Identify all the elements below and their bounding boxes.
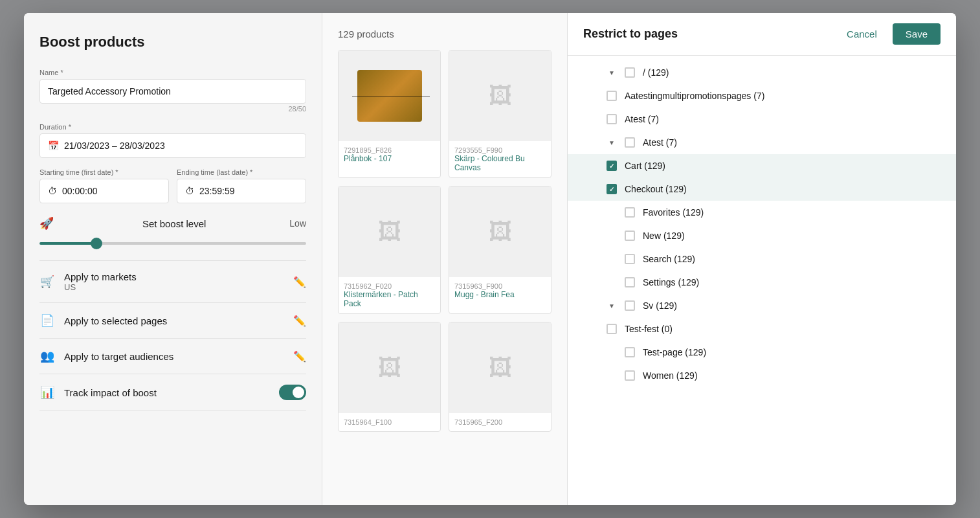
edit-audiences-icon[interactable]: ✏️ xyxy=(293,350,306,363)
clock-icon-start: ⏱ xyxy=(48,186,57,196)
page-item[interactable]: Test-page (129) xyxy=(568,341,956,364)
page-item-checked[interactable]: Checkout (129) xyxy=(568,177,956,201)
product-card[interactable]: 🖼 7315964_F100 xyxy=(338,322,441,432)
page-label: Test-page (129) xyxy=(643,347,941,357)
start-time-input[interactable]: ⏱ 00:00:00 xyxy=(39,179,169,203)
page-checkbox[interactable] xyxy=(625,67,635,78)
page-label: / (129) xyxy=(643,67,941,78)
page-item[interactable]: ▼ Atest (7) xyxy=(568,131,956,154)
product-card[interactable]: 7291895_F826 Plånbok - 107 xyxy=(338,50,441,178)
duration-field-group: Duration * 📅 21/03/2023 – 28/03/2023 xyxy=(39,123,306,158)
product-image: 🖼 xyxy=(339,186,440,277)
calendar-icon: 📅 xyxy=(48,141,59,151)
page-item[interactable]: Atest (7) xyxy=(568,107,956,131)
tree-toggle-icon[interactable]: ▼ xyxy=(607,67,617,78)
page-checkbox[interactable] xyxy=(607,91,617,101)
page-item-checked[interactable]: Cart (129) xyxy=(568,154,956,177)
page-label: Settings (129) xyxy=(643,277,941,287)
apply-markets-row[interactable]: 🛒 Apply to markets US ✏️ xyxy=(39,260,306,302)
product-card[interactable]: 🖼 7315963_F900 Mugg - Brain Fea xyxy=(449,186,551,314)
start-time-wrap: Starting time (first date) * ⏱ 00:00:00 xyxy=(39,168,169,203)
clock-icon-end: ⏱ xyxy=(185,186,194,196)
page-label: Women (129) xyxy=(643,370,941,381)
apply-markets-sub: US xyxy=(64,282,284,292)
page-label: Atest (7) xyxy=(643,137,941,148)
product-name: Mugg - Brain Fea xyxy=(454,290,546,299)
right-panel-title: Restrict to pages xyxy=(583,27,678,41)
product-id: 7315962_F020 xyxy=(344,282,435,290)
products-count: 129 products xyxy=(338,28,551,39)
apply-audiences-row[interactable]: 👥 Apply to target audiences ✏️ xyxy=(39,338,306,374)
page-item[interactable]: Favorites (129) xyxy=(568,201,956,224)
product-image xyxy=(339,51,440,141)
page-checkbox[interactable] xyxy=(607,324,617,334)
page-label: Checkout (129) xyxy=(625,184,941,194)
page-item[interactable]: ▼ / (129) xyxy=(568,61,956,84)
page-checkbox[interactable] xyxy=(625,207,635,218)
save-button[interactable]: Save xyxy=(893,23,941,45)
name-field-group: Name * 28/50 xyxy=(39,69,306,113)
page-label: Aatestingmultipromotionspages (7) xyxy=(625,91,941,101)
end-time-input[interactable]: ⏱ 23:59:59 xyxy=(177,179,306,203)
apply-pages-row[interactable]: 📄 Apply to selected pages ✏️ xyxy=(39,302,306,338)
page-item[interactable]: Test-fest (0) xyxy=(568,317,956,341)
page-checkbox-checked[interactable] xyxy=(607,184,617,194)
wallet-image xyxy=(357,70,422,122)
products-grid: 7291895_F826 Plånbok - 107 🖼 7293555_F99… xyxy=(338,50,551,432)
audience-icon: 👥 xyxy=(39,349,55,363)
char-count: 28/50 xyxy=(39,105,306,113)
product-card[interactable]: 🖼 7315965_F200 xyxy=(449,322,551,432)
edit-pages-icon[interactable]: ✏️ xyxy=(293,315,306,327)
track-toggle[interactable] xyxy=(279,385,306,400)
start-time-value: 00:00:00 xyxy=(62,186,98,196)
boost-level-value: Low xyxy=(289,218,306,229)
page-item[interactable]: Aatestingmultipromotionspages (7) xyxy=(568,84,956,107)
product-card[interactable]: 🖼 7293555_F990 Skärp - Coloured Bu Canva… xyxy=(449,50,551,178)
page-item[interactable]: Search (129) xyxy=(568,247,956,271)
rocket-icon: 🚀 xyxy=(39,216,54,231)
page-label: Atest (7) xyxy=(625,114,941,124)
modal-container: Boost products Name * 28/50 Duration * 📅… xyxy=(24,13,956,505)
time-fields: Starting time (first date) * ⏱ 00:00:00 … xyxy=(39,168,306,203)
boost-level-section: 🚀 Set boost level Low xyxy=(39,216,306,260)
track-impact-row[interactable]: 📊 Track impact of boost xyxy=(39,374,306,411)
product-id: 7293555_F990 xyxy=(454,146,546,154)
page-label: Test-fest (0) xyxy=(625,324,941,334)
apply-audiences-label: Apply to target audiences xyxy=(64,351,284,362)
product-name: Skärp - Coloured Bu Canvas xyxy=(454,154,546,172)
tree-toggle-icon[interactable]: ▼ xyxy=(607,137,617,148)
right-header: Restrict to pages Cancel Save xyxy=(568,13,956,56)
page-checkbox[interactable] xyxy=(625,347,635,357)
duration-input[interactable]: 📅 21/03/2023 – 28/03/2023 xyxy=(39,133,306,158)
broken-image-icon: 🖼 xyxy=(489,82,512,109)
page-checkbox[interactable] xyxy=(625,277,635,287)
page-checkbox[interactable] xyxy=(625,254,635,264)
left-panel: Boost products Name * 28/50 Duration * 📅… xyxy=(24,13,322,505)
page-checkbox[interactable] xyxy=(607,114,617,124)
page-checkbox[interactable] xyxy=(625,370,635,381)
edit-markets-icon[interactable]: ✏️ xyxy=(293,276,306,288)
broken-image-icon: 🖼 xyxy=(489,354,512,381)
cancel-button[interactable]: Cancel xyxy=(839,25,885,43)
page-checkbox[interactable] xyxy=(625,137,635,148)
basket-icon: 🛒 xyxy=(39,275,55,289)
boost-slider[interactable] xyxy=(39,242,306,245)
page-item[interactable]: Women (129) xyxy=(568,364,956,387)
duration-label: Duration * xyxy=(39,123,306,131)
page-checkbox[interactable] xyxy=(625,300,635,311)
chart-icon: 📊 xyxy=(39,385,55,400)
name-input[interactable] xyxy=(39,79,306,104)
panel-title: Boost products xyxy=(39,34,306,51)
page-label: Favorites (129) xyxy=(643,207,941,218)
page-item[interactable]: ▼ Sv (129) xyxy=(568,294,956,317)
page-item[interactable]: New (129) xyxy=(568,224,956,247)
duration-value: 21/03/2023 – 28/03/2023 xyxy=(64,141,165,151)
broken-image-icon: 🖼 xyxy=(489,218,512,245)
page-item[interactable]: Settings (129) xyxy=(568,271,956,294)
product-card[interactable]: 🖼 7315962_F020 Klistermärken - Patch Pac… xyxy=(338,186,441,314)
page-checkbox[interactable] xyxy=(625,231,635,241)
page-checkbox-checked[interactable] xyxy=(607,161,617,171)
boost-level-row: 🚀 Set boost level Low xyxy=(39,216,306,231)
end-time-value: 23:59:59 xyxy=(199,186,235,196)
tree-toggle-icon[interactable]: ▼ xyxy=(607,300,617,311)
